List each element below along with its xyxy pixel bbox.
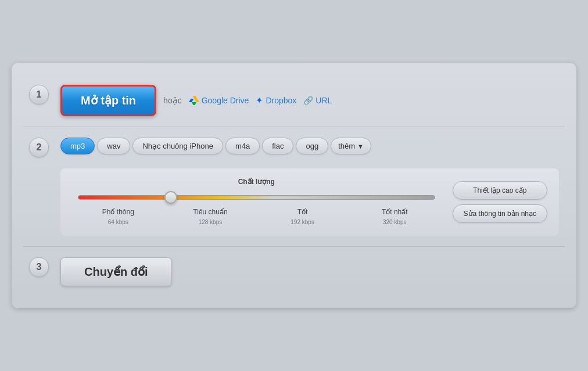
quality-kbps-1: 128 kbps — [199, 219, 223, 225]
svg-marker-0 — [192, 96, 199, 102]
section-3: 3 Chuyển đổi — [23, 247, 565, 297]
quality-label-tot: Tốt 192 kbps — [256, 208, 349, 226]
advanced-settings-button[interactable]: Thiết lập cao cấp — [453, 181, 547, 200]
quality-kbps-0: 64 kbps — [108, 219, 128, 225]
section-1: 1 Mở tập tin hoặc Google Drive ✦ Dropbox — [23, 74, 565, 127]
convert-button[interactable]: Chuyển đổi — [60, 257, 172, 286]
section-2: 2 mp3 wav Nhạc chuông iPhone m4a flac og… — [23, 127, 565, 247]
section-1-content: Mở tập tin hoặc Google Drive ✦ Dropbox 🔗… — [60, 85, 559, 116]
quality-name-2: Tốt — [256, 208, 349, 216]
or-text: hoặc — [163, 96, 182, 105]
slider-labels: Phổ thông 64 kbps Tiêu chuẩn 128 kbps Tố… — [72, 208, 441, 226]
quality-name-0: Phổ thông — [72, 208, 164, 216]
quality-label-phothong: Phổ thông 64 kbps — [72, 208, 164, 226]
url-label: URL — [315, 96, 332, 105]
step-2-circle: 2 — [29, 138, 49, 157]
slider-track — [78, 195, 435, 200]
quality-name-1: Tiêu chuẩn — [164, 208, 257, 216]
quality-slider-wrap: Chất lượng Phổ thông 64 kbps Tiêu chuẩn … — [72, 178, 441, 226]
google-drive-icon — [189, 96, 199, 105]
slider-thumb[interactable] — [164, 191, 177, 204]
chevron-down-icon: ▼ — [357, 143, 364, 150]
quality-kbps-2: 192 kbps — [291, 219, 314, 225]
quality-section: Chất lượng Phổ thông 64 kbps Tiêu chuẩn … — [60, 168, 559, 236]
step-1-circle: 1 — [29, 85, 49, 105]
url-icon: 🔗 — [303, 96, 313, 105]
quality-name-3: Tốt nhất — [349, 208, 441, 216]
quality-buttons: Thiết lập cao cấp Sửa thông tin bản nhạc — [453, 181, 547, 223]
tab-ogg[interactable]: ogg — [296, 138, 328, 154]
google-drive-label: Google Drive — [202, 96, 249, 105]
format-tabs: mp3 wav Nhạc chuông iPhone m4a flac ogg … — [60, 138, 371, 154]
quality-kbps-3: 320 kbps — [383, 219, 407, 225]
svg-marker-2 — [192, 102, 196, 105]
main-container: 1 Mở tập tin hoặc Google Drive ✦ Dropbox — [12, 63, 576, 308]
tab-more[interactable]: thêm ▼ — [331, 138, 371, 154]
quality-label-tieuchuan: Tiêu chuẩn 128 kbps — [164, 208, 257, 226]
section-2-content: mp3 wav Nhạc chuông iPhone m4a flac ogg … — [60, 138, 559, 236]
url-link[interactable]: 🔗 URL — [303, 96, 332, 105]
tab-m4a[interactable]: m4a — [225, 138, 260, 154]
tab-flac[interactable]: flac — [262, 138, 293, 154]
step-3-circle: 3 — [29, 257, 49, 277]
dropbox-label: Dropbox — [266, 96, 296, 105]
slider-container — [78, 192, 435, 203]
quality-label-totnhat: Tốt nhất 320 kbps — [349, 208, 441, 226]
tab-wav[interactable]: wav — [97, 138, 130, 154]
edit-tags-button[interactable]: Sửa thông tin bản nhạc — [453, 204, 547, 223]
open-file-button[interactable]: Mở tập tin — [60, 85, 156, 116]
section-3-content: Chuyển đổi — [60, 257, 559, 286]
dropbox-icon: ✦ — [256, 95, 263, 106]
quality-label: Chất lượng — [72, 178, 441, 186]
tab-iphone-ringtone[interactable]: Nhạc chuông iPhone — [132, 138, 223, 154]
google-drive-link[interactable]: Google Drive — [189, 96, 249, 105]
tab-mp3[interactable]: mp3 — [60, 138, 95, 154]
svg-marker-1 — [189, 99, 194, 102]
dropbox-link[interactable]: ✦ Dropbox — [256, 95, 296, 106]
more-tab-label: thêm — [338, 142, 355, 150]
